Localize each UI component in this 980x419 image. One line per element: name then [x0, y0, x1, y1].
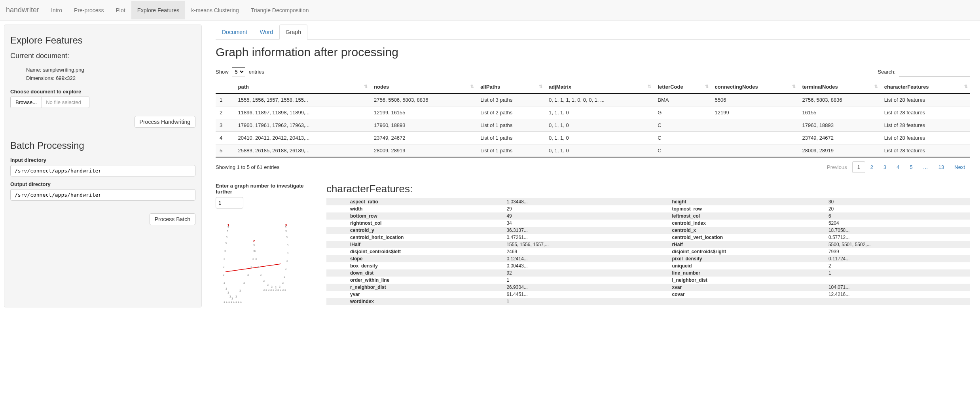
search-input[interactable] [899, 67, 970, 77]
subtab-graph[interactable]: Graph [279, 25, 307, 40]
svg-text:3: 3 [252, 258, 254, 260]
svg-text:3: 3 [265, 288, 267, 291]
doc-name: samplewriting.png [43, 67, 84, 73]
svg-text:3: 3 [285, 267, 286, 270]
glyph-plot: 3333333333333333333333333333333333333331… [216, 220, 303, 307]
svg-text:3: 3 [263, 288, 265, 291]
page-2[interactable]: 2 [865, 161, 878, 173]
page-5[interactable]: 5 [905, 161, 918, 173]
graph-number-label: Enter a graph number to investigate furt… [216, 183, 315, 195]
file-status: No file selected [42, 97, 85, 108]
features-title: characterFeatures: [326, 183, 970, 195]
nav-tab-triangle-decomposition[interactable]: Triangle Decomposition [245, 1, 315, 19]
svg-text:3: 3 [229, 295, 231, 298]
page-1[interactable]: 1 [852, 161, 865, 173]
col-allPaths[interactable]: allPaths⇅ [476, 81, 545, 93]
feature-row: down_dist92line_number1 [326, 269, 970, 277]
feature-row: bottom_row49leftmost_col6 [326, 212, 970, 220]
app-brand: handwriter [0, 0, 45, 20]
svg-text:3: 3 [287, 244, 288, 246]
batch-title: Batch Processing [10, 140, 195, 151]
page-4[interactable]: 4 [891, 161, 904, 173]
svg-text:3: 3 [277, 288, 279, 291]
main-panel: DocumentWordGraph Graph information afte… [210, 25, 976, 307]
doc-info: Name: samplewriting.png Dimensions: 699x… [26, 66, 195, 83]
table-row[interactable]: 211896, 11897, 11898, 11899,...12199, 16… [216, 106, 970, 119]
pagination: Previous12345…13Next [822, 161, 970, 173]
svg-text:3: 3 [271, 285, 273, 288]
svg-text:3: 3 [243, 281, 245, 284]
table-info: Showing 1 to 5 of 61 entries [216, 164, 279, 170]
page-…[interactable]: … [918, 161, 933, 173]
col-characterFeatures[interactable]: characterFeatures⇅ [880, 81, 970, 93]
divider [10, 134, 195, 134]
subtab-word[interactable]: Word [254, 25, 279, 40]
table-row[interactable]: 11555, 1556, 1557, 1558, 155...2756, 550… [216, 93, 970, 106]
page-next[interactable]: Next [949, 161, 970, 173]
feature-row: centroid_y36.3137...centroid_x18.7058... [326, 227, 970, 234]
process-handwriting-button[interactable]: Process Handwriting [135, 116, 195, 128]
svg-text:3: 3 [285, 223, 287, 227]
nav-tab-pre-process[interactable]: Pre-process [68, 1, 110, 19]
svg-text:3: 3 [239, 289, 241, 292]
feature-row: rightmost_col34centroid_index5204 [326, 220, 970, 227]
doc-dimensions: 699x322 [56, 75, 76, 81]
svg-text:1: 1 [240, 300, 242, 303]
svg-text:3: 3 [250, 265, 252, 268]
page-13[interactable]: 13 [933, 161, 949, 173]
svg-text:3: 3 [254, 250, 256, 252]
feature-row: lHalf1555, 1556, 1557,...rHalf5500, 5501… [326, 241, 970, 248]
nav-tab-k-means-clustering[interactable]: k-means Clustering [185, 1, 245, 19]
svg-text:3: 3 [279, 285, 281, 288]
feature-row: slope0.12414...pixel_density0.11724... [326, 255, 970, 262]
svg-text:3: 3 [273, 288, 274, 291]
svg-text:1: 1 [235, 300, 237, 303]
svg-text:3: 3 [257, 265, 259, 268]
svg-text:3: 3 [268, 288, 269, 291]
col-connectingNodes[interactable]: connectingNodes⇅ [711, 81, 798, 93]
svg-text:3: 3 [225, 242, 227, 245]
nav-tab-plot[interactable]: Plot [110, 1, 131, 19]
feature-row: disjoint_centroids$left2469disjoint_cent… [326, 248, 970, 255]
table-row[interactable]: 525883, 26185, 26188, 26189,...28009, 28… [216, 144, 970, 157]
svg-text:3: 3 [227, 230, 228, 233]
graph-number-input[interactable] [216, 197, 243, 209]
section-heading: Graph information after processing [216, 46, 970, 59]
svg-text:3: 3 [287, 252, 288, 254]
navbar: handwriter IntroPre-processPlotExplore F… [0, 0, 980, 21]
col-letterCode[interactable]: letterCode⇅ [654, 81, 711, 93]
page-size-select[interactable]: 5 [232, 67, 245, 76]
features-table: aspect_ratio1.03448...height30width29top… [326, 198, 970, 305]
svg-text:1: 1 [231, 300, 232, 303]
table-row[interactable]: 317960, 17961, 17962, 17963,...17960, 18… [216, 119, 970, 132]
svg-text:3: 3 [286, 260, 288, 262]
subtab-document[interactable]: Document [216, 25, 254, 40]
feature-row: centroid_horiz_location0.47261...centroi… [326, 234, 970, 241]
col-path[interactable]: path⇅ [234, 81, 370, 93]
input-dir-field[interactable] [10, 165, 195, 176]
svg-text:3: 3 [231, 297, 233, 300]
svg-text:1: 1 [228, 300, 230, 303]
svg-text:1: 1 [224, 300, 225, 303]
col-nodes[interactable]: nodes⇅ [370, 81, 476, 93]
svg-text:3: 3 [263, 279, 265, 282]
page-3[interactable]: 3 [878, 161, 891, 173]
nav-tab-explore-features[interactable]: Explore Features [131, 1, 186, 19]
svg-text:3: 3 [227, 291, 229, 294]
svg-text:3: 3 [247, 273, 249, 276]
browse-button[interactable]: Browse... [11, 97, 42, 108]
datatable-footer: Showing 1 to 5 of 61 entries Previous123… [216, 161, 970, 173]
sidebar-title: Explore Features [10, 35, 195, 46]
col-terminalNodes[interactable]: terminalNodes⇅ [798, 81, 880, 93]
nav-tab-intro[interactable]: Intro [45, 1, 68, 19]
table-row[interactable]: 420410, 20411, 20412, 20413,...23749, 24… [216, 132, 970, 144]
file-input[interactable]: Browse... No file selected [10, 97, 89, 108]
choose-doc-label: Choose document to explore [10, 89, 195, 95]
output-dir-field[interactable] [10, 189, 195, 201]
nav-tabs: IntroPre-processPlotExplore Featuresk-me… [45, 1, 315, 19]
col-adjMatrix[interactable]: adjMatrix⇅ [545, 81, 654, 93]
col-index[interactable] [216, 81, 234, 93]
process-batch-button[interactable]: Process Batch [150, 213, 195, 225]
svg-text:2: 2 [253, 239, 255, 243]
current-doc-heading: Current document: [10, 52, 195, 60]
